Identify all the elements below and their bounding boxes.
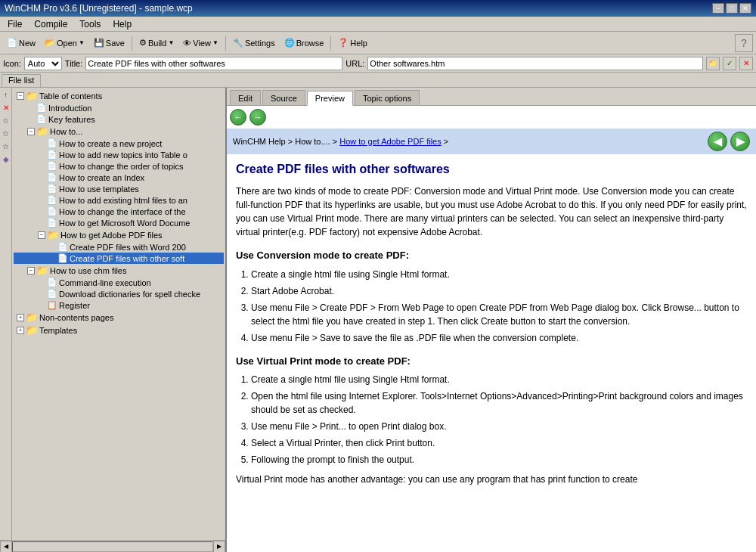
tree-root-label: Table of contents [39, 91, 102, 101]
menu-help[interactable]: Help [108, 18, 136, 30]
toolbar-separator-2 [225, 36, 226, 51]
save-button[interactable]: 💾 Save [90, 35, 129, 51]
toolbar-star1-icon[interactable]: ☆ [1, 115, 11, 126]
tree-item-pdf-word[interactable]: 📄 Create PDF files with Word 200 [14, 241, 224, 253]
build-dropdown-arrow: ▼ [168, 39, 174, 46]
howto-expand[interactable]: − [27, 128, 35, 135]
help-icon: ❓ [338, 38, 349, 48]
tree-item-key-features[interactable]: 📄 Key features [14, 113, 224, 125]
adobe-pdf-expand[interactable]: − [38, 231, 45, 239]
templates-root-expand[interactable]: + [17, 327, 24, 334]
tree-item-new-project-label: How to create a new project [59, 139, 162, 148]
icon-label: Icon: [3, 59, 21, 68]
tree-item-create-index[interactable]: 📄 How to create an Index [14, 172, 224, 183]
tree-item-pdf-other[interactable]: 📄 Create PDF files with other soft [14, 253, 224, 264]
tree-item-register[interactable]: 📋 Register [14, 299, 224, 311]
view-icon: 👁 [183, 39, 191, 48]
tree-item-templates-root[interactable]: + 📁 Templates [14, 324, 224, 336]
tree-item-non-contents[interactable]: + 📁 Non-contents pages [14, 311, 224, 324]
breadcrumb-forward-icon: ▶ [736, 135, 745, 147]
content-area[interactable]: WinCHM Help > How to.... > How to get Ad… [227, 129, 756, 552]
url-clear-button[interactable]: ✕ [739, 57, 753, 70]
settings-button[interactable]: 🔧 Settings [229, 35, 279, 51]
open-dropdown-arrow: ▼ [79, 39, 85, 46]
tab-edit[interactable]: Edit [230, 90, 261, 105]
url-input[interactable] [367, 57, 703, 70]
question-button[interactable]: ? [735, 34, 753, 52]
maximize-button[interactable]: □ [726, 3, 738, 14]
list-item: Create a single html file using Single H… [251, 373, 747, 386]
title-input[interactable] [85, 57, 342, 70]
file-list-tab[interactable]: File list [2, 74, 41, 87]
nav-back-button[interactable]: ← [230, 109, 246, 126]
open-button[interactable]: 📂 Open ▼ [41, 35, 88, 51]
tree-item-cmdline-label: Command-line execution [59, 278, 151, 287]
scroll-left-button[interactable]: ◀ [0, 541, 12, 553]
minimize-button[interactable]: − [712, 3, 724, 14]
templates-root-folder-icon: 📁 [26, 324, 38, 336]
scroll-right-button[interactable]: ▶ [213, 541, 225, 553]
tree-item-adobe-pdf-label: How to get Adobe PDF files [60, 231, 163, 240]
toolbar-up-icon[interactable]: ↑ [1, 89, 11, 100]
help-button[interactable]: ❓ Help [334, 35, 371, 51]
breadcrumb-forward-button[interactable]: ▶ [730, 132, 750, 151]
toolbar-star3-icon[interactable]: ☆ [1, 141, 11, 151]
toolbar-close-icon[interactable]: ✕ [1, 102, 11, 113]
view-button[interactable]: 👁 View ▼ [179, 35, 222, 51]
window-controls: − □ ✕ [712, 3, 751, 14]
tree-item-change-interface[interactable]: 📄 How to change the interface of the [14, 206, 224, 217]
nav-forward-button[interactable]: → [249, 109, 266, 126]
tree-item-ms-word[interactable]: 📄 How to get Microsoft Word Docume [14, 217, 224, 228]
tree-item-introduction[interactable]: 📄 Introduction [14, 102, 224, 113]
menu-bar: File Compile Tools Help [0, 17, 756, 32]
breadcrumb-link[interactable]: How to get Adobe PDF files [339, 137, 442, 146]
browse-button[interactable]: 🌐 Browse [280, 35, 328, 51]
tree-item-adobe-pdf[interactable]: − 📁 How to get Adobe PDF files [14, 228, 224, 241]
non-contents-folder-icon: 📁 [26, 312, 38, 323]
url-browse-button[interactable]: 📁 [706, 57, 720, 70]
root-expand[interactable]: − [17, 92, 24, 100]
nav-buttons-bar: ← → [227, 106, 756, 129]
scroll-track[interactable] [12, 541, 213, 552]
tree-item-pdf-other-label: Create PDF files with other soft [70, 254, 184, 263]
breadcrumb-back-button[interactable]: ◀ [708, 132, 727, 151]
tree-root[interactable]: − 📁 Table of contents [14, 89, 224, 102]
tab-source[interactable]: Source [262, 90, 305, 105]
ms-word-icon: 📄 [47, 218, 57, 228]
title-bar: WinCHM Pro v3.6 [Unregistered] - sample.… [0, 0, 756, 17]
tree-item-templates[interactable]: 📄 How to use templates [14, 183, 224, 194]
menu-compile[interactable]: Compile [29, 18, 72, 30]
icon-select[interactable]: Auto [24, 57, 62, 70]
breadcrumb-prefix: WinCHM Help > How to.... > [233, 137, 339, 146]
non-contents-expand[interactable]: + [17, 314, 24, 321]
url-label: URL: [345, 59, 364, 68]
breadcrumb-suffix: > [444, 137, 448, 146]
toolbar-star2-icon[interactable]: ☆ [1, 128, 11, 138]
tree-item-dictionaries[interactable]: 📄 Download dictionaries for spell checke [14, 288, 224, 299]
tree-item-existing-html[interactable]: 📄 How to add existing html files to an [14, 194, 224, 206]
toolbar-diamond-icon[interactable]: ◆ [1, 154, 11, 164]
tree-item-change-interface-label: How to change the interface of the [59, 207, 186, 216]
tree-item-use-chm[interactable]: − 📁 How to use chm files [14, 264, 224, 277]
tree-item-non-contents-label: Non-contents pages [39, 313, 113, 322]
add-topics-icon: 📄 [47, 150, 57, 160]
tree-item-cmdline[interactable]: 📄 Command-line execution [14, 277, 224, 288]
new-button[interactable]: 📄 New [3, 35, 39, 51]
use-chm-expand[interactable]: − [27, 267, 35, 274]
menu-tools[interactable]: Tools [75, 18, 105, 30]
list-item: Use menu File > Create PDF > From Web Pa… [251, 301, 747, 328]
tree-item-howto[interactable]: − 📁 How to... [14, 125, 224, 138]
menu-file[interactable]: File [3, 18, 26, 30]
tree-item-new-project[interactable]: 📄 How to create a new project [14, 138, 224, 149]
tree-item-change-order[interactable]: 📄 How to change the order of topics [14, 160, 224, 172]
tab-preview[interactable]: Preview [307, 91, 353, 106]
url-edit-button[interactable]: ✓ [723, 57, 736, 70]
build-button[interactable]: ⚙ Build ▼ [135, 35, 178, 51]
close-button[interactable]: ✕ [739, 3, 751, 14]
left-scrollbar: ◀ ▶ [0, 540, 225, 552]
breadcrumb: WinCHM Help > How to.... > How to get Ad… [233, 137, 448, 146]
title-bar-text: WinCHM Pro v3.6 [Unregistered] - sample.… [5, 3, 193, 14]
tab-topic-options[interactable]: Topic options [355, 90, 420, 105]
list-item: Select a Virtual Printer, then click Pri… [251, 436, 747, 450]
tree-item-add-topics[interactable]: 📄 How to add new topics into Table o [14, 149, 224, 160]
